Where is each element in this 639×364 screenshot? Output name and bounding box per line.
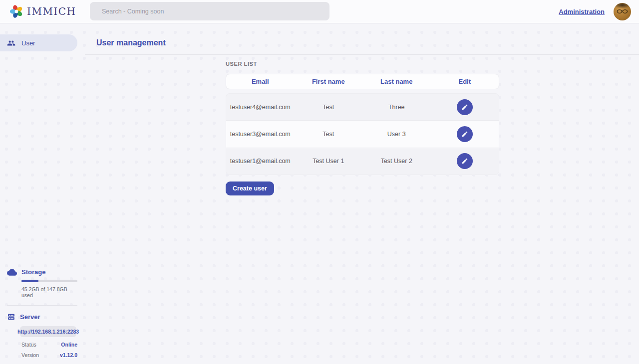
sidebar-status-panel: Storage 45.2GB of 147.8GB used Server ht… [0, 268, 77, 358]
page-title: User management [85, 23, 639, 47]
column-header-edit: Edit [431, 78, 499, 85]
brand-name: IMMICH [27, 5, 76, 17]
server-version-row: Version v1.12.0 [21, 352, 77, 358]
immich-flower-icon [9, 4, 24, 19]
version-label: Version [21, 352, 39, 358]
column-header-last-name: Last name [362, 78, 431, 85]
storage-progress-fill [21, 280, 38, 282]
cell-first-name: Test User 1 [295, 158, 363, 165]
storage-title: Storage [21, 268, 45, 276]
top-bar: IMMICH Administration [0, 0, 639, 23]
server-title: Server [20, 313, 40, 321]
table-row: testuser4@email.com Test Three [226, 94, 499, 120]
create-user-button[interactable]: Create user [226, 182, 274, 195]
cell-last-name: Test User 2 [362, 158, 431, 165]
storage-header: Storage [0, 268, 77, 276]
search-input[interactable] [90, 2, 329, 20]
users-icon [7, 39, 15, 47]
table-row: testuser1@email.com Test User 1 Test Use… [226, 148, 499, 175]
edit-user-button[interactable] [457, 126, 473, 142]
cell-last-name: User 3 [362, 131, 431, 138]
glasses-icon [617, 8, 629, 14]
sidebar-divider [7, 305, 77, 306]
server-header: Server [0, 313, 77, 321]
pencil-icon [461, 104, 468, 111]
edit-user-button[interactable] [457, 99, 473, 115]
status-label: Status [21, 342, 36, 348]
table-row: testuser3@email.com Test User 3 [226, 120, 499, 147]
pencil-icon [461, 131, 468, 138]
storage-progress-track [21, 280, 77, 282]
pencil-icon [461, 158, 468, 165]
administration-link[interactable]: Administration [559, 8, 605, 15]
cell-first-name: Test [295, 131, 363, 138]
main-content: User management USER LIST Email First na… [85, 23, 639, 364]
column-header-email: Email [226, 78, 295, 85]
storage-usage-text: 45.2GB of 147.8GB used [21, 286, 77, 298]
user-table-header: Email First name Last name Edit [226, 74, 499, 89]
sidebar: User Storage 45.2GB of 147.8GB used [0, 23, 85, 364]
edit-user-button[interactable] [457, 153, 473, 169]
server-icon [7, 313, 15, 321]
cell-email: testuser4@email.com [226, 104, 295, 111]
server-url-badge: http://192.168.1.216:2283 [20, 326, 76, 337]
column-header-first-name: First name [295, 78, 363, 85]
status-value: Online [61, 342, 77, 348]
server-status-row: Status Online [21, 342, 77, 348]
user-table: testuser4@email.com Test Three testuser3… [226, 93, 499, 175]
immich-logo[interactable]: IMMICH [0, 4, 76, 19]
user-list-label: USER LIST [226, 61, 639, 67]
cell-email: testuser3@email.com [226, 131, 295, 138]
cell-last-name: Three [362, 104, 431, 111]
version-value: v1.12.0 [60, 352, 77, 358]
cell-first-name: Test [295, 104, 363, 111]
user-avatar[interactable] [614, 3, 631, 20]
cell-email: testuser1@email.com [226, 158, 295, 165]
sidebar-item-user[interactable]: User [0, 34, 77, 51]
sidebar-item-user-label: User [21, 39, 35, 47]
cloud-icon [7, 269, 17, 276]
search-bar[interactable] [90, 2, 329, 20]
